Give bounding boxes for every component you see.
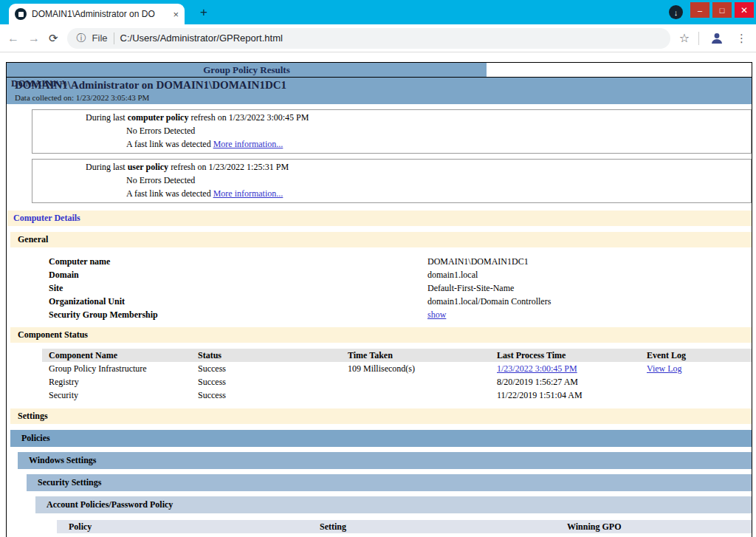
refresh-time-text: refresh on 1/23/2022 3:00:45 PM <box>188 112 309 123</box>
field-row-computer-name: Computer name DOMAIN1\DOMAIN1DC1 <box>7 255 752 268</box>
refresh-summary-line: During last computer policy refresh on 1… <box>86 112 751 123</box>
general-fields: Computer name DOMAIN1\DOMAIN1DC1 Domain … <box>7 255 752 321</box>
tree-windows-settings[interactable]: Windows Settings <box>18 452 752 469</box>
show-membership-link[interactable]: show <box>427 309 446 321</box>
col-last-process-time: Last Process Time <box>497 350 647 361</box>
minimize-button[interactable]: – <box>690 2 709 18</box>
report-banner-title: Group Policy Results <box>7 63 487 77</box>
fast-link-text: A fast link was detected <box>126 139 213 149</box>
view-log-link[interactable]: View Log <box>647 363 752 374</box>
more-information-link[interactable]: More information... <box>213 139 284 149</box>
back-button-icon[interactable]: ← <box>7 32 19 45</box>
refresh-text: During last <box>86 112 128 123</box>
download-badge-icon[interactable]: ↓ <box>669 5 683 19</box>
col-winning-gpo: Winning GPO <box>567 521 752 533</box>
field-label: Organizational Unit <box>7 296 427 307</box>
col-time-taken: Time Taken <box>348 350 497 361</box>
section-general[interactable]: General <box>10 232 752 247</box>
address-bar[interactable]: ⓘ File C:/Users/Administrator/GPReport.h… <box>67 28 670 49</box>
refresh-link-line: A fast link was detected More informatio… <box>126 188 751 199</box>
gp-report: Group Policy Results DOMAIN1\Administrat… <box>6 62 752 537</box>
field-label: Site <box>7 283 427 294</box>
tab-close-icon[interactable]: × <box>173 9 179 20</box>
component-status: Success <box>198 377 348 388</box>
component-time: 109 Millisecond(s) <box>348 363 497 374</box>
reload-button-icon[interactable]: ⟳ <box>49 32 58 45</box>
field-row-site: Site Default-First-Site-Name <box>7 281 752 295</box>
section-component-status[interactable]: Component Status <box>10 327 752 343</box>
field-row-domain: Domain domain1.local <box>7 268 752 281</box>
address-separator <box>114 33 114 44</box>
tab-favicon-icon <box>15 8 27 20</box>
file-scheme-label: File <box>92 33 108 44</box>
table-row: Security Success 11/22/2019 1:51:04 AM <box>42 389 752 402</box>
refresh-policy-type: user policy <box>128 162 168 172</box>
col-event-log: Event Log <box>647 350 752 361</box>
address-url: C:/Users/Administrator/GPReport.html <box>120 33 283 44</box>
field-row-security-group-membership: Security Group Membership show <box>7 308 752 321</box>
component-name: Registry <box>49 377 198 388</box>
field-value: domain1.local/Domain Controllers <box>427 296 551 307</box>
component-status: Success <box>198 390 348 401</box>
component-status: Success <box>198 363 348 374</box>
maximize-button[interactable]: □ <box>712 2 732 18</box>
component-status-table: Component Name Status Time Taken Last Pr… <box>42 349 752 402</box>
tree-policies[interactable]: Policies <box>10 430 752 447</box>
tree-account-policies-password-policy[interactable]: Account Policies/Password Policy <box>35 496 752 513</box>
browser-titlebar: DOMAIN1\Administrator on DO × + ↓ – □ ✕ <box>0 0 756 24</box>
refresh-status-line: No Errors Detected <box>126 175 751 185</box>
user-policy-refresh-box: During last user policy refresh on 1/23/… <box>32 159 752 203</box>
field-value: Default-First-Site-Name <box>427 283 514 294</box>
component-table-header: Component Name Status Time Taken Last Pr… <box>42 349 752 362</box>
component-name: Group Policy Infrastructure <box>49 363 198 374</box>
bookmark-star-icon[interactable]: ☆ <box>679 31 690 45</box>
col-component-name: Component Name <box>49 350 198 361</box>
field-label: Security Group Membership <box>7 309 427 321</box>
report-banner: Group Policy Results <box>7 62 752 78</box>
forward-button-icon[interactable]: → <box>28 32 40 45</box>
section-settings[interactable]: Settings <box>10 408 752 424</box>
new-tab-button[interactable]: + <box>196 5 211 20</box>
page-info-icon[interactable]: ⓘ <box>77 32 86 45</box>
col-policy: Policy <box>69 521 320 533</box>
window-controls: – □ ✕ <box>690 2 754 18</box>
password-table-header: Policy Setting Winning GPO <box>57 520 752 533</box>
browser-tab[interactable]: DOMAIN1\Administrator on DO × <box>9 4 185 24</box>
tree-security-settings[interactable]: Security Settings <box>27 474 752 491</box>
table-row: Group Policy Infrastructure Success 109 … <box>42 362 752 375</box>
field-value: domain1.local <box>427 270 478 281</box>
field-label: Domain <box>7 270 427 281</box>
refresh-text: During last <box>86 162 128 172</box>
computer-policy-refresh-box: During last computer policy refresh on 1… <box>32 109 752 154</box>
browser-menu-icon[interactable]: ⋮ <box>735 32 749 45</box>
refresh-summary-line: During last user policy refresh on 1/23/… <box>86 162 751 172</box>
report-title-overlap: DOMAIN1\Administrator on DOMAIN1\DOMAIN1… <box>11 78 67 89</box>
toolbar-divider <box>698 32 699 45</box>
refresh-policy-type: computer policy <box>128 112 189 123</box>
browser-toolbar: ← → ⟳ ⓘ File C:/Users/Administrator/GPRe… <box>0 24 756 52</box>
last-process-time-link[interactable]: 1/23/2022 3:00:45 PM <box>497 363 647 374</box>
last-process-time: 11/22/2019 1:51:04 AM <box>497 390 647 401</box>
tab-title: DOMAIN1\Administrator on DO <box>32 9 168 19</box>
field-value: DOMAIN1\DOMAIN1DC1 <box>427 256 529 267</box>
refresh-time-text: refresh on 1/23/2022 1:25:31 PM <box>168 162 289 172</box>
col-status: Status <box>198 350 348 361</box>
refresh-link-line: A fast link was detected More informatio… <box>126 139 751 149</box>
profile-icon[interactable] <box>708 30 726 47</box>
window-close-button[interactable]: ✕ <box>735 2 754 18</box>
field-row-organizational-unit: Organizational Unit domain1.local/Domain… <box>7 295 752 308</box>
last-process-time: 8/20/2019 1:56:27 AM <box>497 377 647 388</box>
field-label: Computer name <box>7 256 427 267</box>
page-content: Group Policy Results DOMAIN1\Administrat… <box>0 52 756 537</box>
data-collected-timestamp: Data collected on: 1/23/2022 3:05:43 PM <box>15 93 752 102</box>
component-name: Security <box>49 390 198 401</box>
section-computer-details[interactable]: Computer Details <box>7 211 752 226</box>
report-header: DOMAIN1\Administrator on DOMAIN1\DOMAIN1… <box>7 78 752 104</box>
col-setting: Setting <box>320 521 567 533</box>
report-title: DOMAIN1\Administrator on DOMAIN1\DOMAIN1… <box>15 79 752 92</box>
table-row: Registry Success 8/20/2019 1:56:27 AM <box>42 375 752 389</box>
refresh-status-line: No Errors Detected <box>126 126 751 136</box>
fast-link-text: A fast link was detected <box>126 188 213 199</box>
more-information-link[interactable]: More information... <box>213 188 284 199</box>
password-policy-table: Policy Setting Winning GPO Enforce passw… <box>57 520 752 537</box>
